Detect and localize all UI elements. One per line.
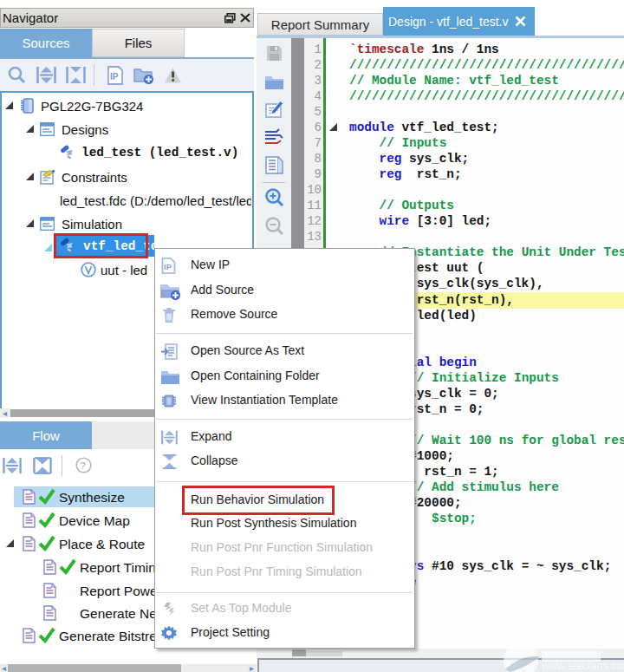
svg-text:www.elecfans.com: www.elecfans.com [541, 660, 624, 672]
svg-text:?: ? [81, 460, 86, 471]
svg-text:IP: IP [164, 262, 172, 271]
